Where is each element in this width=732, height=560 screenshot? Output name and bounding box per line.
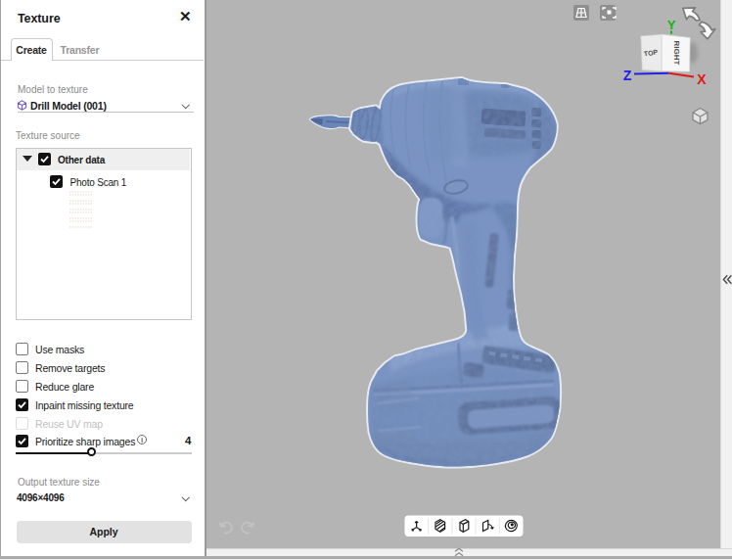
svg-text:Y: Y: [667, 18, 676, 32]
svg-text:X: X: [697, 71, 707, 87]
svg-text:RIGHT: RIGHT: [672, 41, 681, 66]
svg-text:Z: Z: [623, 68, 632, 83]
